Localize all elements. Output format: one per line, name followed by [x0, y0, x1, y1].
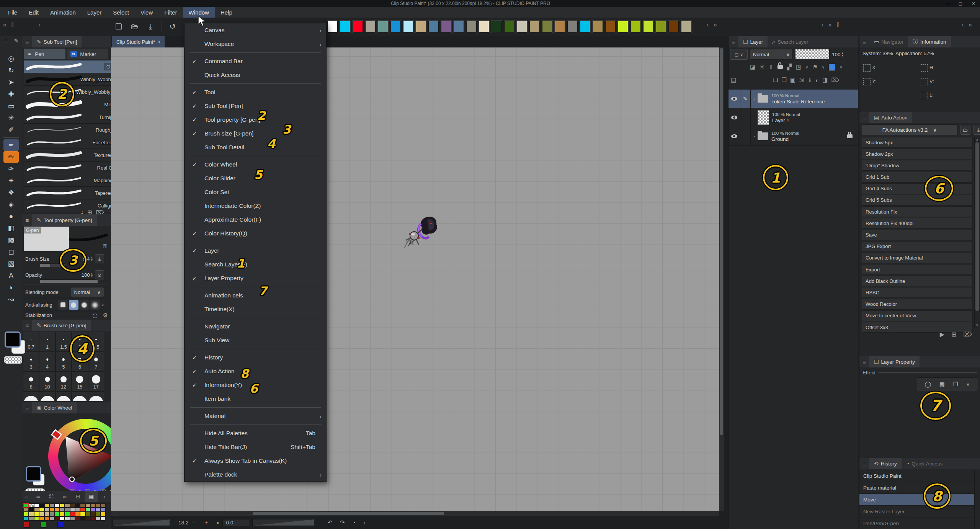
- scroll-down-icon[interactable]: ∨: [975, 323, 980, 327]
- draft-layer-icon[interactable]: ◳: [796, 64, 801, 70]
- auto-action-item-jpg-export[interactable]: JPG Export: [862, 241, 973, 252]
- auto-action-item-grid-4-subs[interactable]: Grid 4 Subs: [862, 183, 973, 194]
- menu-item-sub-tool-pen-[interactable]: ✓Sub Tool [Pen]: [185, 99, 326, 113]
- color-set-swatch[interactable]: [39, 503, 44, 508]
- quick-color-swatch[interactable]: [428, 21, 439, 33]
- zoom-slider[interactable]: [113, 519, 170, 526]
- brush-size-cell-5[interactable]: 5: [56, 352, 72, 372]
- brush-size-cell-1.5[interactable]: 1.5: [56, 332, 72, 352]
- new-folder-icon[interactable]: ▣: [790, 77, 795, 83]
- color-set-swatch[interactable]: [49, 516, 54, 521]
- hamburger-icon[interactable]: ≡: [22, 493, 31, 500]
- color-set-swatch[interactable]: [85, 508, 90, 512]
- color-set-swatch[interactable]: [80, 508, 85, 512]
- layer-row-layer-1[interactable]: 100 % NormalLayer 1: [728, 108, 858, 127]
- menu-item-command-bar[interactable]: ✓Command Bar: [185, 54, 326, 68]
- history-item-paste-material[interactable]: Paste material: [859, 482, 974, 494]
- quick-color-swatch[interactable]: [605, 21, 616, 33]
- color-set-swatch[interactable]: [80, 512, 85, 516]
- menu-item-always-show-tab-in-canvas-k-[interactable]: ✓Always Show Tab in Canvas(K): [185, 454, 326, 468]
- menu-item-layer-property[interactable]: ✓Layer Property: [185, 271, 326, 285]
- color-set-swatch[interactable]: [54, 516, 59, 521]
- menu-item-layer[interactable]: ✓Layer: [185, 244, 326, 258]
- color-set-swatch[interactable]: [85, 503, 90, 508]
- auto-action-item-export[interactable]: Export: [862, 264, 973, 275]
- color-set-swatch[interactable]: [65, 508, 70, 512]
- eyedropper-tool[interactable]: ✐: [3, 124, 19, 136]
- color-set-swatch[interactable]: [75, 516, 80, 521]
- aa-medium-button[interactable]: [80, 300, 89, 310]
- color-set-swatch[interactable]: [60, 503, 65, 508]
- wrench-icon[interactable]: ⚙: [103, 312, 108, 319]
- menu-item-history[interactable]: ✓History: [185, 351, 326, 364]
- menubar-item-edit[interactable]: Edit: [23, 7, 44, 18]
- history-item-pen-pen-g-pen[interactable]: Pen/Pen/G-pen: [859, 518, 974, 529]
- apply-mask-icon[interactable]: ◨: [822, 77, 828, 83]
- layer-row-ground[interactable]: ›100 % NormalGround: [728, 127, 858, 146]
- tool-property-tab[interactable]: ✎ Tool property [G-pen]: [32, 214, 97, 226]
- hamburger-icon[interactable]: ≡: [859, 460, 869, 467]
- decoration-tool[interactable]: ❖: [3, 187, 19, 198]
- quick-color-swatch[interactable]: [353, 21, 363, 33]
- menu-item-tool-property-g-pen-[interactable]: ✓Tool property [G-pen]: [185, 113, 326, 127]
- fill-tool[interactable]: ◧: [3, 222, 19, 234]
- quick-color-swatch[interactable]: [681, 21, 691, 33]
- color-set-swatch[interactable]: [70, 508, 75, 512]
- quick-color-swatch[interactable]: [454, 21, 464, 33]
- quick-color-swatch[interactable]: [668, 21, 679, 33]
- quick-color-swatch[interactable]: [542, 21, 552, 33]
- operation-tool[interactable]: ➤: [3, 77, 19, 88]
- opacity-slider[interactable]: [40, 279, 98, 283]
- visibility-toggle[interactable]: [728, 114, 740, 121]
- history-item-move[interactable]: Move: [859, 494, 974, 506]
- rotate-ccw-button[interactable]: ↶: [327, 519, 332, 526]
- quick-color-swatch[interactable]: [492, 21, 502, 33]
- color-set-swatch[interactable]: [90, 516, 95, 521]
- stepper-icon[interactable]: ▴▾: [91, 272, 93, 278]
- menu-item-auto-action[interactable]: ✓Auto Action: [185, 364, 326, 378]
- delete-action-icon[interactable]: ⌦: [963, 331, 972, 338]
- reset-view-button[interactable]: ◔: [353, 519, 356, 526]
- layer-color-chip[interactable]: [829, 64, 835, 70]
- color-set-swatch[interactable]: [90, 512, 95, 516]
- chevron-down-icon[interactable]: ∨: [101, 302, 104, 307]
- brush-size-cell-large[interactable]: [72, 392, 88, 401]
- rotate-cw-button[interactable]: ↷: [340, 519, 345, 526]
- color-set-swatch[interactable]: [39, 516, 44, 521]
- chevron-left-icon[interactable]: ‹: [38, 21, 42, 28]
- sv-triangle[interactable]: [48, 419, 111, 491]
- color-set-swatch[interactable]: [75, 508, 80, 512]
- layer-opacity-value[interactable]: 100▴▾: [832, 52, 843, 57]
- menubar-item-view[interactable]: View: [135, 7, 158, 18]
- undo-button[interactable]: ↺: [166, 20, 180, 33]
- hamburger-icon[interactable]: ≡: [728, 39, 738, 45]
- quick-color-swatch[interactable]: [618, 21, 628, 33]
- quick-color-swatch[interactable]: [567, 21, 578, 33]
- quick-color-swatch[interactable]: [517, 21, 527, 33]
- menu-item-workspace[interactable]: Workspace›: [185, 37, 326, 51]
- rotation-slider[interactable]: [252, 519, 314, 526]
- frame-tool[interactable]: ▧: [3, 258, 19, 269]
- brush-size-cell-large[interactable]: [88, 392, 104, 401]
- menu-item-hide-title-bar-j-[interactable]: Hide Title Bar(J)Shift+Tab: [185, 440, 326, 454]
- tab-auto-action[interactable]: ▤ Auto Action: [869, 112, 912, 123]
- menu-item-color-history-q-[interactable]: ✓Color History(Q): [185, 227, 326, 240]
- quick-color-swatch[interactable]: [593, 21, 603, 33]
- auto-action-item-shadow-2px[interactable]: Shadow 2px: [862, 149, 973, 159]
- open-file-button[interactable]: 🗁: [128, 20, 142, 33]
- tab-color-sliders[interactable]: ≔: [32, 491, 44, 502]
- quick-color-swatch[interactable]: [441, 21, 451, 33]
- tab-quick-access[interactable]: ◔ Quick Access: [902, 458, 947, 469]
- quick-color-swatch[interactable]: [630, 21, 641, 33]
- color-set-swatch[interactable]: [60, 508, 65, 512]
- quick-color-swatch[interactable]: [378, 21, 388, 33]
- opacity-effect-button[interactable]: ⊘: [95, 270, 104, 279]
- new-raster-layer-icon[interactable]: ❏: [773, 77, 778, 83]
- color-set-swatch[interactable]: [101, 512, 106, 516]
- brush-size-tab[interactable]: ✎ Brush size [G-pen]: [32, 320, 91, 331]
- menu-item-material[interactable]: Material›: [185, 409, 326, 423]
- pen-tool[interactable]: ✒: [3, 139, 19, 151]
- auto-select-tool[interactable]: ✳: [3, 112, 19, 124]
- text-tool[interactable]: A: [3, 270, 19, 281]
- color-set-swatch[interactable]: [90, 503, 95, 508]
